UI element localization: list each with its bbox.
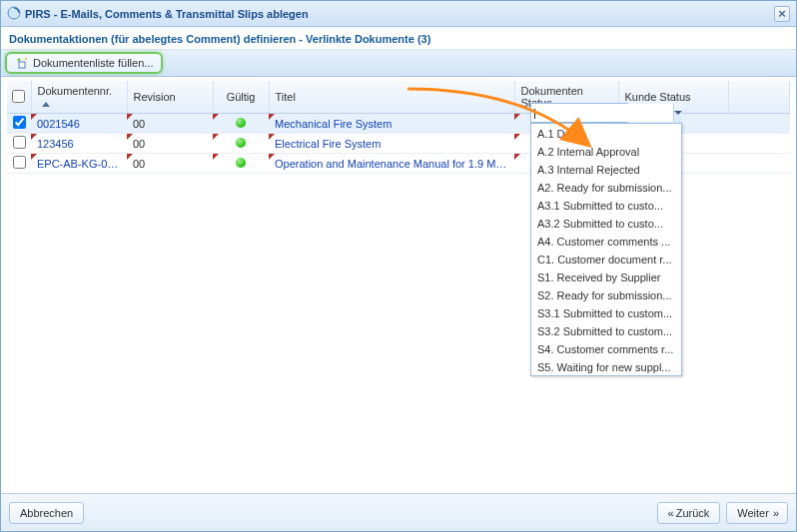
svg-rect-1 bbox=[19, 62, 25, 68]
next-label: Weiter bbox=[737, 507, 769, 519]
window-title: PIRS - E-Mails, Comments & Transmittal S… bbox=[25, 8, 309, 20]
sort-asc-icon bbox=[42, 102, 50, 107]
cancel-label: Abbrechen bbox=[20, 507, 73, 519]
subtitle: Dokumentaktionen (für abelegtes Comment)… bbox=[1, 27, 796, 49]
valid-dot-icon bbox=[236, 158, 246, 168]
gueltig-cell bbox=[213, 154, 269, 174]
document-status-input[interactable] bbox=[531, 104, 673, 122]
header-titel-label: Titel bbox=[276, 91, 296, 103]
header-gueltig-label: Gültig bbox=[227, 91, 256, 103]
titel-cell[interactable]: Electrical Fire System bbox=[269, 134, 514, 154]
header-kundestatus-label: Kunde Status bbox=[625, 91, 691, 103]
dropdown-item[interactable]: S4. Customer comments r... bbox=[531, 339, 681, 357]
dropdown-item[interactable]: A.3 Internal Rejected bbox=[531, 160, 681, 178]
fill-document-list-label: Dokumentenliste füllen... bbox=[33, 57, 153, 69]
spacer-cell bbox=[728, 134, 790, 154]
chevron-left-icon: « bbox=[668, 507, 672, 519]
titel-cell[interactable]: Operation and Maintenance Manual for 1.9… bbox=[269, 154, 514, 174]
spacer-cell bbox=[728, 154, 790, 174]
dropdown-item[interactable]: C1. Customer document r... bbox=[531, 250, 681, 267]
app-icon bbox=[7, 6, 21, 22]
gueltig-cell bbox=[213, 134, 269, 154]
row-checkbox[interactable] bbox=[13, 116, 26, 129]
docnr-cell[interactable]: 123456 bbox=[31, 134, 127, 154]
dropdown-item[interactable]: S2. Ready for submission... bbox=[531, 285, 681, 303]
header-checkbox-cell bbox=[7, 81, 31, 114]
spacer-cell bbox=[728, 114, 790, 134]
close-button[interactable]: × bbox=[774, 6, 790, 22]
dropdown-item[interactable]: S3.2 Submitted to custom... bbox=[531, 321, 681, 339]
back-label: Zurück bbox=[676, 507, 710, 519]
select-all-checkbox[interactable] bbox=[12, 90, 25, 103]
gueltig-cell bbox=[213, 114, 269, 134]
document-status-combobox[interactable] bbox=[530, 103, 628, 123]
dropdown-item[interactable]: A.1 Draft bbox=[531, 124, 681, 142]
cancel-button[interactable]: Abbrechen bbox=[9, 502, 84, 524]
header-docnr[interactable]: Dokumentennr. bbox=[31, 81, 127, 114]
dropdown-item[interactable]: S5. Waiting for new suppl... bbox=[531, 357, 681, 375]
svg-point-0 bbox=[8, 7, 20, 19]
next-button[interactable]: Weiter » bbox=[726, 502, 788, 524]
content-area: Dokumentennr. Revision Gültig Titel Doku… bbox=[1, 77, 796, 493]
header-titel[interactable]: Titel bbox=[269, 81, 514, 114]
titlebar: PIRS - E-Mails, Comments & Transmittal S… bbox=[1, 1, 796, 27]
footer: Abbrechen « Zurück Weiter » bbox=[1, 493, 796, 531]
back-button[interactable]: « Zurück bbox=[657, 502, 721, 524]
row-checkbox[interactable] bbox=[13, 156, 26, 169]
dropdown-item[interactable]: S3.1 Submitted to custom... bbox=[531, 303, 681, 321]
dropdown-item[interactable]: A3.1 Submitted to custo... bbox=[531, 196, 681, 214]
dropdown-item[interactable]: A2. Ready for submission... bbox=[531, 178, 681, 196]
docnr-cell[interactable]: 0021546 bbox=[31, 114, 127, 134]
fill-document-list-button[interactable]: Dokumentenliste füllen... bbox=[5, 52, 163, 74]
chevron-right-icon: » bbox=[773, 507, 777, 519]
row-checkbox[interactable] bbox=[13, 136, 26, 149]
titel-cell[interactable]: Mechanical Fire System bbox=[269, 114, 514, 134]
wizard-icon bbox=[15, 56, 29, 70]
dropdown-item[interactable]: A3.2 Submitted to custo... bbox=[531, 214, 681, 232]
toolbar: Dokumentenliste füllen... bbox=[1, 49, 796, 77]
header-gueltig[interactable]: Gültig bbox=[213, 81, 269, 114]
dropdown-item[interactable]: S1. Received by Supplier bbox=[531, 267, 681, 285]
header-spacer bbox=[728, 81, 790, 114]
dropdown-arrow-icon[interactable] bbox=[673, 104, 682, 122]
valid-dot-icon bbox=[236, 138, 246, 148]
svg-point-2 bbox=[25, 58, 27, 60]
dropdown-item[interactable]: A.2 Internal Approval bbox=[531, 142, 681, 160]
revision-cell: 00 bbox=[127, 154, 213, 174]
header-revision-label: Revision bbox=[134, 91, 176, 103]
valid-dot-icon bbox=[236, 118, 246, 128]
revision-cell: 00 bbox=[127, 134, 213, 154]
header-docnr-label: Dokumentennr. bbox=[38, 85, 113, 97]
document-status-dropdown: A.1 Draft A.2 Internal Approval A.3 Inte… bbox=[530, 123, 682, 376]
header-revision[interactable]: Revision bbox=[127, 81, 213, 114]
dropdown-item[interactable]: A4. Customer comments ... bbox=[531, 232, 681, 250]
dialog-window: PIRS - E-Mails, Comments & Transmittal S… bbox=[0, 0, 797, 532]
docnr-cell[interactable]: EPC-AB-KG-0006 bbox=[31, 154, 127, 174]
revision-cell: 00 bbox=[127, 114, 213, 134]
